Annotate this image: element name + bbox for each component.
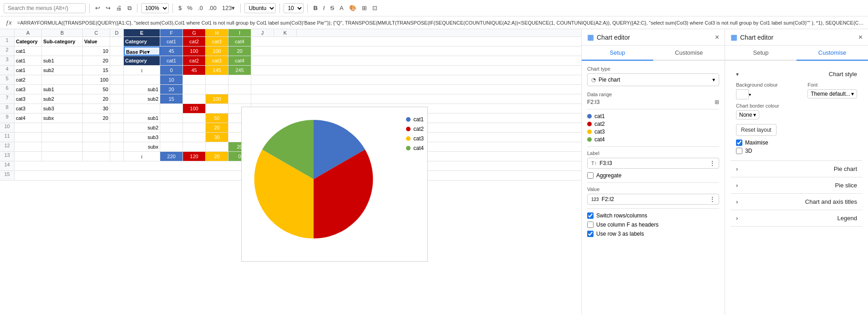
use-row-labels-checkbox[interactable] [587, 231, 594, 237]
cell-h6[interactable] [206, 85, 228, 94]
cell-c1[interactable]: Value [83, 37, 110, 46]
cell-g2[interactable]: 100 [183, 46, 206, 56]
cell-d2[interactable] [110, 46, 124, 56]
cell-e12[interactable]: subx [124, 142, 160, 151]
cell-h12[interactable] [206, 142, 228, 151]
cell-g10[interactable] [183, 123, 206, 132]
left-panel-close-button[interactable]: × [715, 33, 719, 41]
cell-g4[interactable]: 45 [183, 66, 206, 75]
dollar-button[interactable]: $ [177, 4, 183, 12]
cell-e7[interactable]: sub2 [124, 94, 160, 103]
cell-h5[interactable] [206, 75, 228, 84]
cell-i4[interactable]: 245 [228, 66, 251, 75]
cell-c12[interactable] [83, 142, 110, 151]
cell-d3[interactable] [110, 56, 124, 65]
col-header-i[interactable]: I [228, 29, 251, 36]
cell-e3[interactable]: Category [124, 56, 160, 65]
cell-a13[interactable] [15, 152, 42, 161]
percent-button[interactable]: % [185, 4, 194, 12]
cell-a1[interactable]: Category [15, 37, 42, 46]
cell-b5[interactable] [42, 75, 83, 84]
cell-d11[interactable] [110, 133, 124, 142]
cell-g8[interactable]: 100 [183, 104, 206, 113]
cell-f3[interactable]: cat1 [160, 56, 183, 65]
cell-i7[interactable] [228, 94, 251, 103]
cell-b12[interactable] [42, 142, 83, 151]
data-range-icon[interactable]: ⊞ [715, 99, 719, 105]
copy-button[interactable]: ⧉ [126, 4, 133, 13]
cell-g7[interactable] [183, 94, 206, 103]
cell-f10[interactable] [160, 123, 183, 132]
col-header-k[interactable]: K [274, 29, 297, 36]
cell-a7[interactable]: cat3 [15, 94, 42, 103]
cell-b4[interactable]: sub2 [42, 66, 83, 75]
cell-h13[interactable]: 20 [206, 152, 228, 161]
zoom-select[interactable]: 100% [141, 3, 169, 13]
cell-a5[interactable]: cat2 [15, 75, 42, 84]
three-d-checkbox[interactable] [736, 148, 742, 154]
cell-e6[interactable]: sub1 [124, 85, 160, 94]
cell-a11[interactable] [15, 133, 42, 142]
cell-d7[interactable] [110, 94, 124, 103]
cell-d4[interactable] [110, 66, 124, 75]
cell-d1[interactable] [110, 37, 124, 46]
cell-e1[interactable]: Category [124, 37, 160, 46]
tab-setup-left[interactable]: Setup [582, 46, 653, 61]
cell-g6[interactable] [183, 85, 206, 94]
cell-f7[interactable]: 15 [160, 94, 183, 103]
cell-c9[interactable]: 20 [83, 114, 110, 123]
col-header-j[interactable]: J [251, 29, 274, 36]
cell-c10[interactable] [83, 123, 110, 132]
tab-customise-left[interactable]: Customise [653, 46, 725, 60]
cell-e5[interactable] [124, 75, 160, 84]
cell-b6[interactable]: sub1 [42, 85, 83, 94]
cell-a10[interactable] [15, 123, 42, 132]
cell-e10[interactable]: sub2 [124, 123, 160, 132]
more-options-icon[interactable]: ⋮ [710, 160, 715, 166]
cell-c5[interactable]: 100 [83, 75, 110, 84]
more-options-value-icon[interactable]: ⋮ [710, 196, 715, 202]
cell-e11[interactable]: sub3 [124, 133, 160, 142]
cell-f5[interactable]: 10 [160, 75, 183, 84]
cell-i6[interactable] [228, 85, 251, 94]
cell-b11[interactable] [42, 133, 83, 142]
cell-i5[interactable] [228, 75, 251, 84]
cell-h3[interactable]: cat3 [206, 56, 228, 65]
cell-g9[interactable] [183, 114, 206, 123]
col-header-d[interactable]: D [110, 29, 124, 36]
cell-a8[interactable]: cat3 [15, 104, 42, 113]
cell-f6[interactable]: 20 [160, 85, 183, 94]
dropdown-arrow-bg[interactable]: ▾ [749, 92, 751, 97]
bold-button[interactable]: B [311, 4, 319, 12]
cell-h11[interactable]: 30 [206, 133, 228, 142]
cell-h8[interactable] [206, 104, 228, 113]
cell-a2[interactable]: cat1 [15, 46, 42, 56]
borders-button[interactable]: ⊞ [360, 4, 369, 12]
maximise-checkbox[interactable] [736, 139, 742, 146]
col-header-c[interactable]: C [83, 29, 110, 36]
cell-c8[interactable]: 30 [83, 104, 110, 113]
chart-axis-titles-section[interactable]: › Chart and axis titles [731, 194, 863, 210]
cell-g5[interactable] [183, 75, 206, 84]
cell-d5[interactable] [110, 75, 124, 84]
cell-c4[interactable]: 15 [83, 66, 110, 75]
cell-f1[interactable]: cat1 [160, 37, 183, 46]
chart-style-header[interactable]: ▾ Chart style [736, 71, 857, 77]
cell-a12[interactable] [15, 142, 42, 151]
text-color-button[interactable]: A [338, 4, 345, 12]
tab-customise-right[interactable]: Customise [797, 46, 868, 61]
cell-i1[interactable]: cat4 [228, 37, 251, 46]
use-col-headers-checkbox[interactable] [587, 222, 594, 228]
cell-b10[interactable] [42, 123, 83, 132]
cell-f2[interactable]: 45 [160, 46, 183, 56]
cell-g11[interactable] [183, 133, 206, 142]
cell-f13[interactable]: 220 [160, 152, 183, 161]
cell-f11[interactable] [160, 133, 183, 142]
cell-f12[interactable] [160, 142, 183, 151]
undo-button[interactable]: ↩ [93, 4, 102, 12]
merge-button[interactable]: ⊡ [371, 4, 379, 12]
col-header-g[interactable]: G [183, 29, 206, 36]
col-header-a[interactable]: A [15, 29, 42, 36]
cell-i3[interactable]: cat4 [228, 56, 251, 65]
tab-setup-right[interactable]: Setup [725, 46, 797, 60]
